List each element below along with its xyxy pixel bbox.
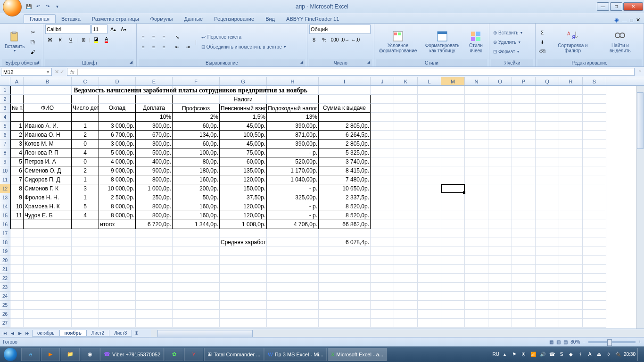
cell[interactable]: [24, 247, 72, 256]
cell[interactable]: [488, 95, 512, 104]
cell[interactable]: [536, 175, 559, 184]
cell[interactable]: [24, 113, 72, 122]
cell[interactable]: 6 700,0р.: [99, 131, 136, 140]
cell[interactable]: 135,00р.: [220, 166, 267, 175]
cell[interactable]: [418, 256, 441, 265]
cell[interactable]: [441, 229, 465, 238]
wrap-text-button[interactable]: ⮐ Перенос текста: [199, 33, 289, 42]
cell[interactable]: [267, 301, 319, 310]
col-header-C[interactable]: C: [72, 77, 99, 85]
borders-button[interactable]: ⊞: [79, 35, 88, 44]
tray-network-icon[interactable]: 📶: [529, 351, 537, 358]
cell[interactable]: ФИО: [24, 104, 72, 113]
decrease-decimal-button[interactable]: ←.0: [351, 35, 360, 44]
cell[interactable]: 66 862,0р.: [319, 220, 371, 229]
cell[interactable]: 0: [72, 157, 99, 166]
row-header[interactable]: 6: [0, 131, 10, 140]
cell[interactable]: Оклад: [99, 104, 136, 113]
cell[interactable]: 10 650,0р.: [319, 184, 371, 193]
taskbar-viber[interactable]: ☎Viber +79155370052: [100, 348, 164, 361]
cell[interactable]: 9 000,0р.: [99, 166, 136, 175]
cell[interactable]: [512, 86, 536, 95]
cell[interactable]: Доплата: [136, 104, 173, 113]
cell[interactable]: [10, 265, 24, 274]
cell[interactable]: Храмова Н. К: [24, 202, 72, 211]
cell[interactable]: [173, 301, 220, 310]
taskbar-totalcmd[interactable]: ⊞Total Commander ...: [204, 348, 264, 361]
cell[interactable]: [536, 95, 559, 104]
cell[interactable]: [512, 283, 536, 292]
ribbon-restore-icon[interactable]: □: [630, 17, 633, 23]
row-header[interactable]: 2: [0, 95, 10, 104]
cell[interactable]: [418, 166, 441, 175]
row-header[interactable]: 23: [0, 283, 10, 292]
save-icon[interactable]: 💾: [25, 2, 33, 11]
cell[interactable]: 8 000,0р.: [99, 202, 136, 211]
cell[interactable]: Фролов Н. Н.: [24, 193, 72, 202]
zoom-slider[interactable]: [588, 341, 636, 343]
cell[interactable]: [394, 122, 418, 131]
cell[interactable]: [136, 256, 173, 265]
cell[interactable]: [583, 104, 606, 113]
zoom-in-icon[interactable]: +: [638, 339, 641, 345]
increase-decimal-button[interactable]: .0→: [340, 35, 350, 44]
cell[interactable]: [72, 274, 99, 283]
number-launcher[interactable]: ◢: [367, 60, 373, 66]
cell[interactable]: [488, 274, 512, 283]
cell[interactable]: [465, 122, 488, 131]
horizontal-scrollbar[interactable]: [151, 329, 644, 337]
cell[interactable]: [99, 265, 136, 274]
cell[interactable]: [559, 148, 583, 157]
cell[interactable]: [10, 283, 24, 292]
cell[interactable]: [465, 193, 488, 202]
cell[interactable]: 2: [72, 131, 99, 140]
font-color-button[interactable]: A: [102, 35, 111, 44]
increase-font-button[interactable]: A▴: [108, 25, 118, 34]
cell[interactable]: 4: [72, 148, 99, 157]
cell[interactable]: [559, 256, 583, 265]
cell[interactable]: [136, 274, 173, 283]
cell[interactable]: [24, 220, 72, 229]
cell[interactable]: [488, 283, 512, 292]
cell[interactable]: [173, 95, 220, 104]
cell[interactable]: [418, 184, 441, 193]
cell[interactable]: [220, 265, 267, 274]
col-header-B[interactable]: B: [24, 77, 72, 85]
fill-color-button[interactable]: ◪: [91, 35, 101, 44]
cell[interactable]: Леонова Р. П: [24, 148, 72, 157]
cell[interactable]: Котов М. М: [24, 140, 72, 148]
cell[interactable]: [319, 229, 371, 238]
cell[interactable]: [441, 184, 465, 193]
sheet-next-icon[interactable]: ▶: [16, 331, 24, 336]
align-top-button[interactable]: ≡: [139, 33, 148, 42]
row-header[interactable]: 18: [0, 238, 10, 247]
cell[interactable]: [319, 95, 371, 104]
cell[interactable]: [559, 211, 583, 220]
cell[interactable]: [173, 229, 220, 238]
cell[interactable]: [559, 301, 583, 310]
cell[interactable]: 10: [10, 202, 24, 211]
cell[interactable]: [559, 247, 583, 256]
cell[interactable]: [24, 283, 72, 292]
cell[interactable]: 120,00р.: [220, 211, 267, 220]
italic-button[interactable]: К: [56, 35, 65, 44]
sheet-tab-Лист3[interactable]: Лист3: [109, 330, 132, 337]
cell[interactable]: 7 480,0р.: [319, 175, 371, 184]
cell[interactable]: [583, 211, 606, 220]
formula-bar[interactable]: fx: [67, 68, 635, 76]
cell[interactable]: [488, 292, 512, 301]
cell[interactable]: [583, 202, 606, 211]
cell[interactable]: [136, 319, 173, 328]
cell[interactable]: [371, 95, 394, 104]
row-header[interactable]: 21: [0, 265, 10, 274]
cell[interactable]: [559, 229, 583, 238]
cell[interactable]: [559, 175, 583, 184]
row-header[interactable]: 15: [0, 211, 10, 220]
cell[interactable]: [10, 301, 24, 310]
cell[interactable]: [536, 283, 559, 292]
cell[interactable]: [441, 175, 465, 184]
cell[interactable]: [441, 193, 465, 202]
cell[interactable]: [441, 301, 465, 310]
cell[interactable]: [488, 86, 512, 95]
cell[interactable]: [536, 157, 559, 166]
